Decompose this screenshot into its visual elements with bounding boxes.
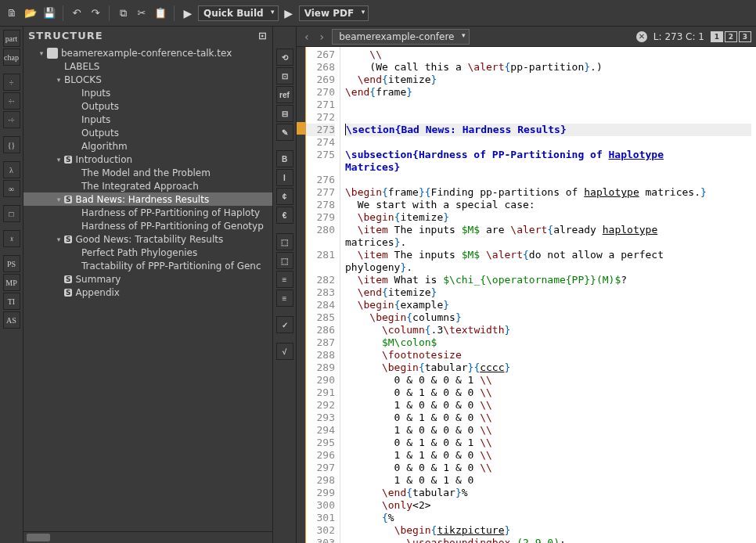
left-symbol-13[interactable]: AS	[3, 311, 20, 329]
left-symbol-11[interactable]: MP	[3, 274, 20, 291]
mid-tool-4[interactable]: ✎	[276, 124, 293, 141]
tree-item[interactable]: The Integrated Approach	[23, 179, 272, 192]
mid-tool-6[interactable]: I	[276, 169, 293, 186]
tree-label: Tractability of PPP-Partitioning of Genc	[81, 261, 261, 272]
editor-tab-bar: ‹ › beamerexample-confere ✕ L: 273 C: 1 …	[297, 27, 756, 47]
code-editor[interactable]: 2672682692702712722732742752762772782792…	[297, 47, 756, 543]
tree-label: Outputs	[81, 128, 119, 138]
redo-icon[interactable]: ↷	[87, 5, 104, 22]
tree-item[interactable]: Hardness of PP-Partitioning of Haploty	[23, 206, 272, 219]
tree-label: Summary	[75, 274, 121, 285]
nav-forward-icon[interactable]: ›	[317, 31, 328, 43]
undo-icon[interactable]: ↶	[68, 5, 85, 22]
tree-item[interactable]: ▾SIntroduction	[23, 153, 272, 166]
tree-item[interactable]: ▾SBad News: Hardness Results	[23, 192, 272, 206]
cursor-position: L: 273 C: 1	[653, 31, 704, 42]
left-symbol-4[interactable]: ·÷	[3, 111, 20, 128]
tree-item[interactable]: Inputs	[23, 86, 272, 99]
left-symbol-12[interactable]: TI	[3, 293, 20, 310]
tree-item[interactable]: The Model and the Problem	[23, 166, 272, 179]
tree-label: Algorithm	[81, 141, 128, 152]
nav-back-icon[interactable]: ‹	[301, 31, 312, 43]
left-symbol-10[interactable]: PS	[3, 255, 20, 272]
editor-tool-bar: ⟲⊡ref⊟✎BI¢€⬚⬚≡≡✓√	[273, 27, 297, 543]
tree-item[interactable]: SAppendix	[23, 286, 272, 299]
tree-item[interactable]: LABELS	[23, 59, 272, 73]
left-symbol-1[interactable]: chap	[3, 49, 20, 66]
view-pdf-dropdown[interactable]: View PDF	[299, 5, 369, 21]
tree-item[interactable]: SSummary	[23, 272, 272, 286]
mid-tool-12[interactable]: ≡	[276, 289, 293, 307]
left-symbol-2[interactable]: ÷	[3, 74, 20, 91]
copy-icon[interactable]: ⧉	[114, 5, 131, 22]
tree-label: Outputs	[81, 101, 119, 112]
tree-item[interactable]: Outputs	[23, 126, 272, 139]
left-symbol-5[interactable]: {}	[3, 136, 20, 153]
structure-tree[interactable]: ▾beamerexample-conference-talk.texLABELS…	[23, 45, 272, 531]
open-file-icon[interactable]: 📂	[22, 5, 39, 22]
file-tab[interactable]: beamerexample-confere	[332, 29, 469, 45]
tree-item[interactable]: ▾SGood News: Tractability Results	[23, 232, 272, 246]
mid-tool-11[interactable]: ≡	[276, 271, 293, 288]
close-tab-icon[interactable]: ✕	[636, 31, 647, 42]
tree-item[interactable]: Algorithm	[23, 139, 272, 153]
quick-build-dropdown[interactable]: Quick Build	[198, 5, 279, 21]
mid-tool-10[interactable]: ⬚	[276, 252, 293, 269]
tree-label: Good News: Tractability Results	[75, 234, 223, 245]
tree-label: Hardness of PP-Partitioning of Haploty	[81, 207, 260, 218]
tree-label: Inputs	[81, 88, 110, 99]
view-run-icon[interactable]: ▶	[280, 5, 297, 22]
tree-label: Perfect Path Phylogenies	[81, 247, 197, 258]
left-symbol-7[interactable]: ∞	[3, 180, 20, 197]
left-symbol-8[interactable]: □	[3, 205, 20, 222]
tree-label: The Integrated Approach	[81, 181, 199, 192]
mid-tool-8[interactable]: €	[276, 207, 293, 224]
left-symbol-bar: partchap÷÷··÷{}λ∞□𝔵PSMPTIAS	[0, 27, 23, 543]
left-symbol-3[interactable]: ÷·	[3, 92, 20, 110]
mid-tool-13[interactable]: ✓	[276, 316, 293, 333]
mid-tool-0[interactable]: ⟲	[276, 49, 293, 66]
left-symbol-6[interactable]: λ	[3, 161, 20, 178]
left-symbol-9[interactable]: 𝔵	[3, 230, 20, 247]
mid-tool-5[interactable]: B	[276, 150, 293, 167]
mid-tool-1[interactable]: ⊡	[276, 67, 293, 85]
tree-item[interactable]: Perfect Path Phylogenies	[23, 246, 272, 259]
mid-tool-7[interactable]: ¢	[276, 188, 293, 205]
cut-icon[interactable]: ✂	[133, 5, 150, 22]
structure-h-scrollbar[interactable]	[23, 531, 272, 543]
tree-item[interactable]: Outputs	[23, 99, 272, 113]
tree-label: Introduction	[75, 154, 132, 165]
structure-collapse-icon[interactable]: ⊡	[258, 30, 268, 41]
tree-item[interactable]: ▾beamerexample-conference-talk.tex	[23, 46, 272, 59]
tree-label: The Model and the Problem	[81, 167, 211, 178]
tree-label: Hardness of PP-Partitioning of Genotyp	[81, 221, 264, 232]
tree-label: LABELS	[64, 61, 99, 72]
tree-item[interactable]: Inputs	[23, 113, 272, 126]
mid-tool-2[interactable]: ref	[276, 86, 293, 103]
save-file-icon[interactable]: 💾	[41, 5, 58, 22]
tree-item[interactable]: ▾BLOCKS	[23, 73, 272, 86]
mid-tool-3[interactable]: ⊟	[276, 105, 293, 122]
tree-label: beamerexample-conference-talk.tex	[61, 48, 232, 59]
main-toolbar: 🗎 📂 💾 ↶ ↷ ⧉ ✂ 📋 ▶ Quick Build ▶ View PDF	[0, 0, 756, 27]
tree-label: BLOCKS	[64, 74, 102, 85]
tree-label: Inputs	[81, 114, 110, 125]
left-symbol-0[interactable]: part	[3, 30, 20, 47]
editor-area: ‹ › beamerexample-confere ✕ L: 273 C: 1 …	[297, 27, 756, 543]
mid-tool-9[interactable]: ⬚	[276, 233, 293, 250]
pane-selector-2[interactable]: 2	[725, 31, 737, 42]
tree-item[interactable]: Hardness of PP-Partitioning of Genotyp	[23, 219, 272, 232]
tree-label: Appendix	[75, 287, 119, 298]
mid-tool-14[interactable]: √	[276, 343, 293, 360]
structure-panel: STRUCTURE ⊡ ▾beamerexample-conference-ta…	[23, 27, 273, 543]
pane-selector-1[interactable]: 1	[711, 31, 723, 42]
structure-title: STRUCTURE	[28, 30, 103, 41]
pane-selector-3[interactable]: 3	[739, 31, 751, 42]
tree-label: Bad News: Hardness Results	[75, 194, 209, 205]
run-icon[interactable]: ▶	[179, 5, 196, 22]
tree-item[interactable]: Tractability of PPP-Partitioning of Genc	[23, 259, 272, 272]
new-file-icon[interactable]: 🗎	[3, 5, 20, 22]
paste-icon[interactable]: 📋	[152, 5, 169, 22]
